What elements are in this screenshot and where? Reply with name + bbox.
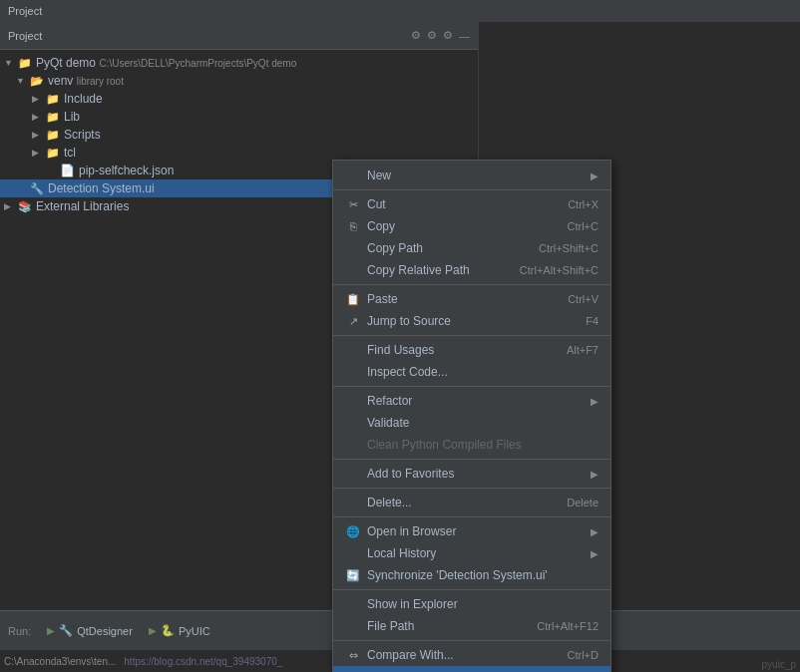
collapse-icon[interactable]: — <box>459 30 470 42</box>
tree-venv[interactable]: ▼ 📂 venv library root <box>0 72 478 90</box>
paste-shortcut: Ctrl+V <box>568 293 599 305</box>
settings2-icon[interactable]: ⚙ <box>443 29 453 42</box>
menu-new-left: New <box>345 168 391 182</box>
pyuic-play-icon: ▶ <box>149 625 157 636</box>
cut-shortcut: Ctrl+X <box>568 198 599 210</box>
menu-item-open-browser[interactable]: 🌐 Open in Browser ▶ <box>333 520 610 542</box>
separator-7 <box>333 516 610 517</box>
menu-copy-path-left: Copy Path <box>345 241 423 255</box>
root-label: PyQt demo C:\Users\DELL\PycharmProjects\… <box>36 56 296 70</box>
menu-find-left: Find Usages <box>345 343 434 357</box>
tree-scripts[interactable]: ▶ 📁 Scripts <box>0 126 478 144</box>
venv-arrow: ▼ <box>16 76 30 86</box>
menu-item-file-path[interactable]: File Path Ctrl+Alt+F12 <box>333 615 610 637</box>
menu-new-label: New <box>367 168 391 182</box>
menu-item-synchronize[interactable]: 🔄 Synchronize 'Detection System.ui' <box>333 564 610 586</box>
lib-label: Lib <box>64 110 80 124</box>
menu-item-local-history[interactable]: Local History ▶ <box>333 542 610 564</box>
menu-fav-left: Add to Favorites <box>345 467 454 481</box>
scripts-label: Scripts <box>64 128 101 142</box>
root-name: PyQt demo <box>36 56 96 70</box>
extlibs-arrow: ▶ <box>4 201 18 211</box>
copy-rel-shortcut: Ctrl+Alt+Shift+C <box>520 264 599 276</box>
menu-cut-label: Cut <box>367 197 386 211</box>
extlibs-icon: 📚 <box>18 200 32 213</box>
separator-3 <box>333 335 610 336</box>
fav-arrow: ▶ <box>591 469 599 480</box>
panel-header-left: Project <box>8 30 42 42</box>
menu-filepath-left: File Path <box>345 619 414 633</box>
menu-paste-left: 📋 Paste <box>345 292 398 306</box>
menu-refactor-left: Refactor <box>345 394 412 408</box>
qtdesigner-play-icon: ▶ <box>47 625 55 636</box>
panel-header-icons: ⚙ ⚙ ⚙ — <box>411 29 470 42</box>
context-menu: New ▶ ✂ Cut Ctrl+X ⎘ Copy Ctrl+C Copy Pa… <box>332 160 611 672</box>
menu-delete-label: Delete... <box>367 496 412 509</box>
menu-item-copy-path[interactable]: Copy Path Ctrl+Shift+C <box>333 237 610 259</box>
tcl-folder-icon: 📁 <box>46 147 60 160</box>
menu-delete-left: Delete... <box>345 496 412 509</box>
menu-cut-left: ✂ Cut <box>345 197 386 211</box>
compare-icon: ⇔ <box>345 649 361 662</box>
menu-item-cut[interactable]: ✂ Cut Ctrl+X <box>333 193 610 215</box>
menu-copy-left: ⎘ Copy <box>345 219 395 233</box>
menu-item-add-favorites[interactable]: Add to Favorites ▶ <box>333 463 610 485</box>
separator-1 <box>333 189 610 190</box>
menu-copy-label: Copy <box>367 219 395 233</box>
menu-clean-left: Clean Python Compiled Files <box>345 438 522 452</box>
history-arrow: ▶ <box>591 548 599 559</box>
menu-item-paste[interactable]: 📋 Paste Ctrl+V <box>333 288 610 310</box>
gear-icon[interactable]: ⚙ <box>411 29 421 42</box>
menu-item-validate[interactable]: Validate <box>333 412 610 434</box>
tree-root[interactable]: ▼ 📁 PyQt demo C:\Users\DELL\PycharmProje… <box>0 54 478 72</box>
detection-label: Detection System.ui <box>48 181 155 195</box>
jump-icon: ↗ <box>345 315 361 328</box>
compare-shortcut: Ctrl+D <box>568 649 599 661</box>
menu-jump-left: ↗ Jump to Source <box>345 314 451 328</box>
settings-icon[interactable]: ⚙ <box>427 29 437 42</box>
scissors-icon: ✂ <box>345 198 361 211</box>
watermark: pyuic_p <box>758 657 800 672</box>
delete-shortcut: Delete <box>567 497 599 508</box>
include-label: Include <box>64 92 103 106</box>
menu-item-compare[interactable]: ⇔ Compare With... Ctrl+D <box>333 644 610 666</box>
menu-compare-left: ⇔ Compare With... <box>345 648 454 662</box>
menu-copy-path-label: Copy Path <box>367 241 423 255</box>
lib-folder-icon: 📁 <box>46 111 60 124</box>
tree-include[interactable]: ▶ 📁 Include <box>0 90 478 108</box>
menu-item-external-tools[interactable]: External Tools ▶ <box>333 666 610 672</box>
menu-item-show-explorer[interactable]: Show in Explorer <box>333 593 610 615</box>
menu-filepath-label: File Path <box>367 619 414 633</box>
copy-path-shortcut: Ctrl+Shift+C <box>539 242 599 254</box>
menu-item-jump[interactable]: ↗ Jump to Source F4 <box>333 310 610 332</box>
menu-item-new[interactable]: New ▶ <box>333 165 610 186</box>
sync-icon: 🔄 <box>345 569 361 582</box>
separator-2 <box>333 284 610 285</box>
menu-browser-label: Open in Browser <box>367 524 456 538</box>
venv-label: venv library root <box>48 74 124 88</box>
venv-folder-icon: 📂 <box>30 75 44 88</box>
jump-shortcut: F4 <box>586 315 599 327</box>
run-item-qtdesigner[interactable]: ▶ 🔧 QtDesigner <box>47 624 133 637</box>
menu-item-delete[interactable]: Delete... Delete <box>333 492 610 513</box>
menu-item-refactor[interactable]: Refactor ▶ <box>333 390 610 412</box>
pyuic-label: PyUIC <box>179 625 210 637</box>
title-bar: Project <box>0 0 800 22</box>
root-arrow: ▼ <box>4 58 18 68</box>
root-folder-icon: 📁 <box>18 57 32 70</box>
separator-8 <box>333 589 610 590</box>
filepath-shortcut: Ctrl+Alt+F12 <box>537 620 599 632</box>
menu-browser-left: 🌐 Open in Browser <box>345 524 456 538</box>
menu-history-left: Local History <box>345 546 436 560</box>
menu-item-copy-relative[interactable]: Copy Relative Path Ctrl+Alt+Shift+C <box>333 259 610 281</box>
menu-item-inspect[interactable]: Inspect Code... <box>333 361 610 383</box>
include-folder-icon: 📁 <box>46 93 60 106</box>
menu-item-copy[interactable]: ⎘ Copy Ctrl+C <box>333 215 610 237</box>
title-label: Project <box>8 5 42 17</box>
tcl-label: tcl <box>64 146 76 160</box>
run-item-pyuic[interactable]: ▶ 🐍 PyUIC <box>149 624 210 637</box>
qtdesigner-qt-icon: 🔧 <box>59 624 73 637</box>
menu-item-find-usages[interactable]: Find Usages Alt+F7 <box>333 339 610 361</box>
menu-inspect-left: Inspect Code... <box>345 365 448 379</box>
tree-lib[interactable]: ▶ 📁 Lib <box>0 108 478 126</box>
